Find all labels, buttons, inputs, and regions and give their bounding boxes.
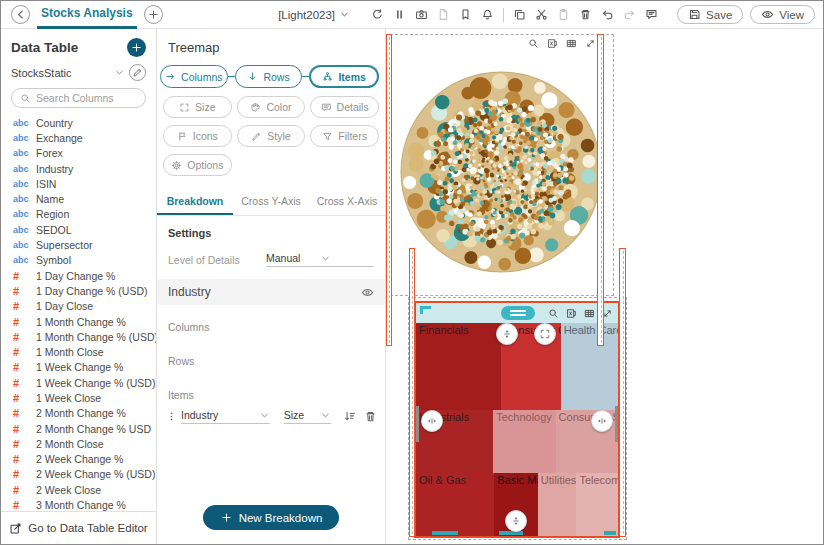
tab-cross-y-axis[interactable]: Cross Y-Axis [233, 188, 309, 215]
search-icon[interactable] [548, 308, 559, 319]
chevron-down-icon[interactable] [114, 67, 125, 78]
column-list-item[interactable]: #2 Week Close [13, 482, 156, 497]
column-list-item[interactable]: abcIndustry [13, 161, 156, 176]
tab-stocks-analysis[interactable]: Stocks Analysis [37, 1, 137, 29]
treemap-tile-financials[interactable]: Financials [416, 323, 501, 410]
search-icon[interactable] [528, 38, 539, 49]
treemap-tile-utilities[interactable]: Utilities [538, 473, 577, 536]
column-list-item[interactable]: #1 Month Close [13, 344, 156, 359]
visibility-eye-icon[interactable] [361, 286, 374, 299]
column-list-item[interactable]: #1 Day Change % (USD) [13, 283, 156, 298]
column-list-item[interactable]: abcISIN [13, 176, 156, 191]
column-list-item[interactable]: #2 Month Change % [13, 406, 156, 421]
column-list-item[interactable]: #2 Week Change % (USD) [13, 467, 156, 482]
column-list-item[interactable]: #1 Week Change % (USD) [13, 375, 156, 390]
camera-icon[interactable] [415, 8, 428, 21]
column-list-item[interactable]: #1 Week Change % [13, 360, 156, 375]
column-list-item[interactable]: abcExchange [13, 130, 156, 145]
tab-cross-x-axis[interactable]: Cross X-Axis [309, 188, 385, 215]
resize-handle-right-bottom[interactable] [619, 248, 626, 537]
excel-export-icon[interactable] [566, 308, 577, 319]
data-source-name[interactable]: StocksStatic [11, 67, 110, 79]
undo-icon[interactable] [601, 8, 614, 21]
save-button[interactable]: Save [677, 5, 743, 24]
column-list-item[interactable]: abcRegion [13, 207, 156, 222]
level-of-details-dropdown[interactable]: Manual [266, 252, 374, 267]
column-list-item[interactable]: abcCountry [13, 115, 156, 130]
menu-pill-button[interactable] [501, 306, 535, 320]
column-list-item[interactable]: abcName [13, 191, 156, 206]
split-horizontal-button[interactable] [421, 410, 443, 432]
add-tab-button[interactable] [144, 5, 163, 24]
column-list-item[interactable]: #2 Month Change % USD [13, 421, 156, 436]
column-list-item[interactable]: #1 Day Change % [13, 268, 156, 283]
resize-handle-right-top[interactable] [597, 34, 604, 346]
table-icon[interactable] [566, 38, 577, 49]
treemap-tile-health-care[interactable]: Health Care [561, 323, 618, 410]
table-icon[interactable] [584, 308, 595, 319]
resize-handle-left-top[interactable] [386, 34, 392, 346]
column-list-item[interactable]: abcSEDOL [13, 222, 156, 237]
tool-button-details[interactable]: Details [310, 96, 379, 118]
trash-icon[interactable] [579, 8, 592, 21]
scrollbar-segment[interactable] [432, 531, 458, 535]
split-vertical-button[interactable] [505, 510, 527, 532]
scrollbar-segment-vertical[interactable] [416, 406, 419, 442]
column-list-item[interactable]: abcForex [13, 146, 156, 161]
tool-button-filters[interactable]: Filters [310, 125, 379, 147]
tool-button-color[interactable]: Color [237, 96, 306, 118]
comment-icon[interactable] [645, 8, 658, 21]
column-list-item[interactable]: #1 Month Change % (USD) [13, 329, 156, 344]
resize-handle-left-bottom[interactable] [409, 248, 415, 537]
sort-icon[interactable] [343, 410, 356, 423]
edit-data-source-button[interactable] [129, 64, 146, 81]
scrollbar-segment[interactable] [499, 531, 523, 535]
pause-icon[interactable] [393, 8, 406, 21]
theme-selector[interactable]: [Light2023] [278, 9, 350, 21]
scrollbar-segment-vertical[interactable] [615, 406, 618, 442]
breakdown-section-industry[interactable]: Industry [157, 279, 385, 305]
refresh-icon[interactable] [371, 8, 384, 21]
tool-button-options[interactable]: Options [163, 154, 232, 176]
bookmark-icon[interactable] [459, 8, 472, 21]
column-list-item[interactable]: #1 Week Close [13, 390, 156, 405]
bell-icon[interactable] [481, 8, 494, 21]
column-list-item[interactable]: #1 Month Change % [13, 314, 156, 329]
treemap-tile-oil-gas[interactable]: Oil & Gas [416, 473, 494, 536]
axis-button-columns[interactable]: Columns [160, 65, 228, 88]
axis-button-rows[interactable]: Rows [235, 65, 303, 88]
view-button[interactable]: View [750, 5, 815, 24]
search-columns-box[interactable] [11, 88, 146, 108]
tool-button-style[interactable]: Style [237, 125, 306, 147]
column-list-item[interactable]: #2 Month Close [13, 436, 156, 451]
search-columns-input[interactable] [36, 92, 137, 104]
treemap-tile-telecommunications[interactable]: Telecommunications [576, 473, 618, 536]
column-list-item[interactable]: #2 Week Change % [13, 452, 156, 467]
expand-icon[interactable] [585, 38, 596, 49]
column-list-item[interactable]: #3 Month Change % [13, 497, 156, 511]
split-vertical-button[interactable] [496, 323, 518, 345]
treemap-tile-technology[interactable]: Technology [493, 410, 555, 473]
column-list-item[interactable]: #1 Day Close [13, 299, 156, 314]
trash-icon[interactable] [364, 410, 377, 423]
copy-icon[interactable] [513, 8, 526, 21]
scrollbar-segment[interactable] [604, 531, 616, 535]
circle-pack-chart[interactable] [397, 68, 605, 276]
tab-breakdown[interactable]: Breakdown [157, 188, 233, 215]
split-horizontal-button[interactable] [591, 410, 613, 432]
items-size-dropdown[interactable]: Size [284, 409, 331, 424]
go-to-data-table-editor[interactable]: Go to Data Table Editor [1, 511, 156, 544]
new-breakdown-button[interactable]: New Breakdown [203, 505, 340, 530]
back-button[interactable] [11, 5, 30, 24]
axis-button-items[interactable]: Items [309, 65, 379, 88]
tool-button-icons[interactable]: Icons [163, 125, 232, 147]
treemap-chart[interactable]: FinancialsConsumer GoodsHealth CareIndus… [416, 323, 618, 536]
add-data-table-button[interactable] [127, 38, 146, 57]
items-field-dropdown[interactable]: Industry [181, 409, 270, 424]
tool-button-size[interactable]: Size [163, 96, 232, 118]
cut-icon[interactable] [535, 8, 548, 21]
excel-export-icon[interactable] [547, 38, 558, 49]
fullscreen-button[interactable] [534, 323, 556, 345]
drag-handle-icon[interactable] [166, 411, 177, 422]
column-list-item[interactable]: abcSymbol [13, 253, 156, 268]
